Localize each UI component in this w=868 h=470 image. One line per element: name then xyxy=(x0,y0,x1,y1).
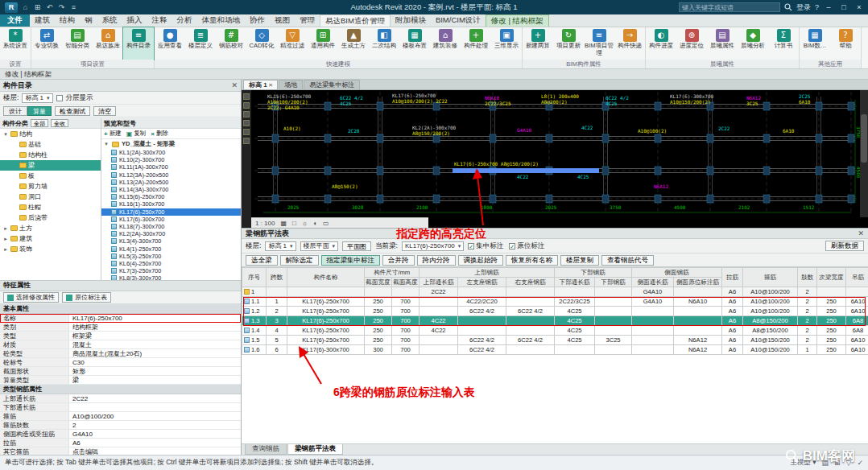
maximize-button[interactable]: □ xyxy=(838,3,849,11)
table-row-6[interactable]: 1.66KL17(6)-300x7003007006C22 4/2N6A12A6… xyxy=(242,345,868,355)
close-icon[interactable]: ✕ xyxy=(231,81,238,89)
property-value[interactable]: A6 xyxy=(69,439,241,447)
collapse-all-button[interactable]: 全收 xyxy=(51,119,68,127)
tree-item-1[interactable]: 基础 xyxy=(0,139,101,150)
scale-label[interactable]: 1 : 100 xyxy=(255,220,275,227)
ribbon-button-2-6[interactable]: ▲生成土方 xyxy=(338,27,369,60)
help-icon[interactable]: ? xyxy=(815,3,819,11)
ribbon-button-4-1[interactable]: ⊕进度定位 xyxy=(676,27,707,60)
open-icon[interactable]: ⌂ xyxy=(21,3,30,11)
ribbon-button-4-2[interactable]: ▤晨曦属性 xyxy=(707,27,738,60)
expander-icon[interactable]: ▾ xyxy=(103,141,110,147)
expander-icon[interactable]: ▾ xyxy=(2,131,9,138)
action-button-7[interactable]: 楼层复制 xyxy=(560,255,599,266)
type-item-6[interactable]: KL15(6)-250x700 xyxy=(101,193,241,200)
ribbon-button-2-1[interactable]: ≣楼层定义 xyxy=(185,27,216,60)
type-item-7[interactable]: KL16(1)-300x700 xyxy=(101,200,241,208)
panel-tab-1[interactable]: 梁钢筋平法表 xyxy=(287,444,343,455)
type-item-12[interactable]: KL3(4)-300x700 xyxy=(101,237,241,245)
ribbon-button-5-0[interactable]: ▦BIM数… xyxy=(800,27,830,60)
ribbon-button-3-0[interactable]: +新建两算 xyxy=(523,27,553,60)
type-item-8[interactable]: KL17(6)-250x700 xyxy=(101,208,241,216)
menu-tab-11[interactable]: 管理 xyxy=(295,14,320,27)
side-toolbar-button[interactable] xyxy=(243,111,250,118)
property-value[interactable]: 矩形 xyxy=(69,367,241,375)
action-button-6[interactable]: 恢复所有名称 xyxy=(506,255,558,266)
feature-button-1[interactable]: 原位标注表 xyxy=(62,292,111,303)
tree-item-2[interactable]: 结构柱 xyxy=(0,150,101,160)
menu-tab-4[interactable]: 系统 xyxy=(97,14,122,27)
type-item-5[interactable]: KL14(3A)-300x700 xyxy=(101,186,241,193)
type-item-3[interactable]: KL12(3A)-200x500 xyxy=(101,171,241,179)
ribbon-button-2-2[interactable]: #钢筋校对 xyxy=(216,27,246,60)
plan-type-select[interactable]: 楼层平面▾ xyxy=(300,241,339,251)
side-toolbar-button[interactable] xyxy=(243,129,250,135)
ribbon-button-0-0[interactable]: *系统设置 xyxy=(0,27,31,60)
expand-all-button[interactable]: 全部 xyxy=(31,119,48,127)
type-item-14[interactable]: KL5(3)-250x700 xyxy=(101,253,241,260)
side-toolbar-button[interactable] xyxy=(243,138,250,144)
feature-button-0[interactable]: 选择修改属性 xyxy=(3,292,59,303)
search-input[interactable] xyxy=(679,2,780,12)
ribbon-button-1-2[interactable]: ⌂易达族库 xyxy=(93,27,123,60)
menu-tab-14[interactable]: BIM/CIM设计 xyxy=(431,14,486,27)
property-value[interactable]: 混凝土 xyxy=(69,340,241,348)
ribbon-button-3-3[interactable]: →构件快递 xyxy=(614,27,645,60)
menu-tab-13[interactable]: 附加模块 xyxy=(391,14,431,27)
action-button-8[interactable]: 查看钢筋代号 xyxy=(601,255,654,266)
table-row-1[interactable]: 1.11KL17(6)-250x7002507004C22/2C202C22/3… xyxy=(242,297,868,307)
type-item-9[interactable]: KL17(6)-300x700 xyxy=(101,216,241,223)
visual-style-icon[interactable]: □ xyxy=(292,220,296,227)
action-button-4[interactable]: 跨内分跨 xyxy=(417,255,456,266)
property-value[interactable]: A10@100/200 xyxy=(69,412,241,420)
menu-tab-7[interactable]: 分析 xyxy=(172,14,197,27)
property-value[interactable]: 框架梁 xyxy=(69,332,241,340)
property-value[interactable]: 商品混凝土(混凝土20石) xyxy=(69,349,241,357)
type-item-1[interactable]: KL10(2)-300x700 xyxy=(101,156,241,163)
action-button-1[interactable]: 解除选定 xyxy=(280,255,319,266)
property-value[interactable] xyxy=(69,403,241,411)
vertical-scrollbar[interactable] xyxy=(860,90,868,217)
type-delete-button[interactable]: ×删除 xyxy=(151,130,168,138)
revit-logo-icon[interactable]: R xyxy=(5,2,18,13)
menu-tab-0[interactable]: 文件 xyxy=(0,14,30,27)
type-copy-button[interactable]: ▣复制 xyxy=(126,130,147,138)
ribbon-button-3-2[interactable]: ≡BIM项目管理 xyxy=(584,27,614,60)
menu-tab-1[interactable]: 建筑 xyxy=(30,14,55,27)
ribbon-button-2-4[interactable]: ▽精准过滤 xyxy=(277,27,308,60)
close-button[interactable]: × xyxy=(854,3,865,11)
ribbon-button-2-3[interactable]: ◇CAD转化 xyxy=(246,27,277,60)
floor-select[interactable]: 标高 1▾ xyxy=(265,241,296,251)
close-icon[interactable]: ✕ xyxy=(858,229,864,237)
action-button-0[interactable]: 选全梁 xyxy=(246,255,278,266)
expander-icon[interactable]: ▸ xyxy=(2,246,9,253)
ribbon-button-2-10[interactable]: +构件处理 xyxy=(461,27,491,60)
view-tab-1[interactable]: 场地 xyxy=(279,80,303,89)
ribbon-button-2-5[interactable]: ⊞通用构件 xyxy=(308,27,338,60)
ribbon-button-1-0[interactable]: ⇄专业切换 xyxy=(31,27,62,60)
type-item-2[interactable]: KL11(1A)-300x700 xyxy=(101,163,241,171)
panel-tab-0[interactable]: 查询钢筋 xyxy=(245,444,287,455)
tree-item-8[interactable]: 后浇带 xyxy=(0,212,101,223)
table-row-0[interactable]: 12C22G4A10A6A10@100/2002 xyxy=(242,287,868,297)
tree-item-3[interactable]: 梁 xyxy=(0,160,101,171)
side-toolbar-button[interactable] xyxy=(243,120,250,126)
type-item-13[interactable]: KL4(1)-250x700 xyxy=(101,245,241,252)
selected-beam-highlight[interactable] xyxy=(453,168,599,173)
family-row[interactable]: ▾ YD_混凝土 - 矩形梁 xyxy=(101,139,241,149)
tree-item-0[interactable]: ▾结构 xyxy=(0,129,101,139)
type-item-11[interactable]: KL2(2A)-300x700 xyxy=(101,230,241,237)
shadows-icon[interactable]: ◐ xyxy=(313,220,317,227)
ribbon-button-2-0[interactable]: ●应用查看 xyxy=(155,27,185,60)
table-row-3[interactable]: 1.33KL17(6)-250x7002507004C224C25A6A8@15… xyxy=(242,316,868,326)
mode-option-0[interactable]: 设计 xyxy=(3,106,27,116)
type-item-17[interactable]: KL8(3)-300x700 xyxy=(101,274,241,280)
mode-option-1[interactable]: 算量 xyxy=(27,106,52,116)
detail-level-icon[interactable]: ▦ xyxy=(280,220,287,227)
minimize-button[interactable]: – xyxy=(823,3,834,11)
ribbon-button-2-11[interactable]: ▣三维显示 xyxy=(491,27,522,60)
type-item-0[interactable]: KL1(2A)-300x700 xyxy=(101,149,241,156)
side-toolbar-button[interactable] xyxy=(243,102,250,109)
tree-item-6[interactable]: 洞口 xyxy=(0,192,101,202)
ribbon-button-1-1[interactable]: ▤智能分类 xyxy=(62,27,93,60)
